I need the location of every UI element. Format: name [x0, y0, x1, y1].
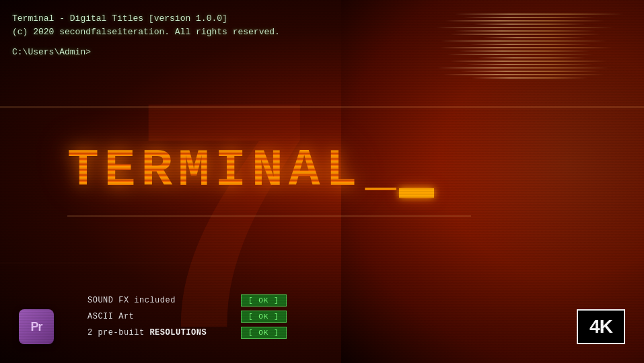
- header-line2: (c) 2020 secondfalseiteration. All right…: [12, 26, 280, 39]
- glitch-bar-2: [67, 215, 471, 217]
- bottom-info: SOUND FX included [ OK ] ASCII Art [ OK …: [87, 294, 287, 343]
- ok-badge-3: [ OK ]: [241, 327, 287, 339]
- feature-label-3: 2 pre-built RESOLUTIONS: [87, 328, 236, 337]
- badge-4k-text: 4K: [589, 316, 612, 337]
- premiere-pr-text: Pr: [30, 320, 42, 334]
- feature-label-2: ASCII Art: [87, 312, 236, 321]
- main-title-container: TERMINAL _: [67, 141, 434, 200]
- premiere-logo: Pr: [19, 309, 54, 344]
- header-line3: C:\Users\Admin>: [12, 46, 280, 59]
- feature-row-3: 2 pre-built RESOLUTIONS [ OK ]: [87, 327, 287, 339]
- projection-lines: [435, 13, 624, 148]
- feature-label-1: SOUND FX included: [87, 296, 236, 305]
- glitch-bar-3: [0, 262, 269, 264]
- glitch-bar-1: [0, 106, 644, 108]
- scene: 7 Terminal - Digital Titles [version 1.0…: [0, 0, 644, 363]
- main-title-text: TERMINAL: [67, 141, 362, 200]
- ok-badge-2: [ OK ]: [241, 311, 287, 323]
- cursor-block: [399, 188, 434, 198]
- header-line1: Terminal - Digital Titles [version 1.0.0…: [12, 12, 280, 26]
- feature-row-2: ASCII Art [ OK ]: [87, 311, 287, 323]
- badge-4k: 4K: [577, 309, 625, 344]
- terminal-header: Terminal - Digital Titles [version 1.0.0…: [12, 12, 280, 59]
- feature-row-1: SOUND FX included [ OK ]: [87, 294, 287, 307]
- ok-badge-1: [ OK ]: [241, 294, 287, 307]
